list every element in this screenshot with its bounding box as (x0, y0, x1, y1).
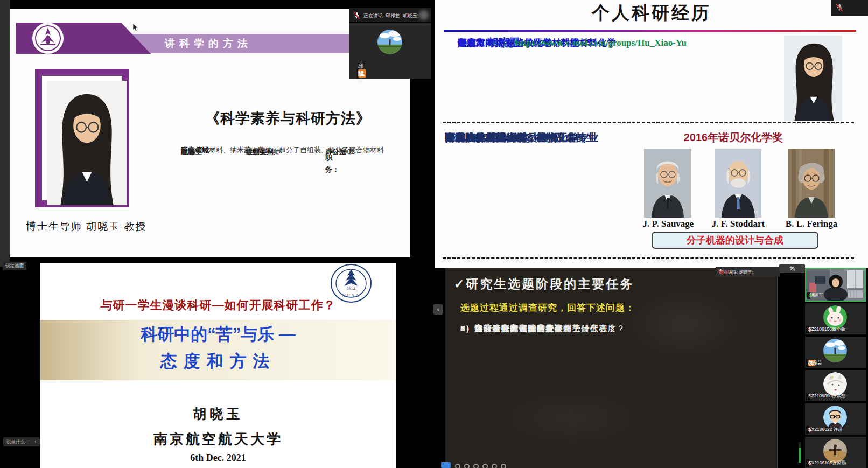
board-title: ✓研究生选题阶段的主要任务 (454, 276, 634, 292)
video-panel-toolbar (779, 264, 805, 273)
slide-header-band: 讲科学的方法 (115, 34, 360, 53)
speaking-status-text: 正在讲话: 胡晓玉; (719, 269, 753, 275)
speaking-status-bar: 正在讲话: 邱禄芸; 胡晓玉; (349, 8, 431, 23)
laureate-photo-feringa (788, 149, 835, 218)
website-link[interactable]: https://www.x-mol.com/groups/Hu_Xiao-Yu (515, 38, 687, 48)
participant-name: SZ2106099徐紫彭 (808, 393, 845, 400)
main-title-line2: 态度和方法 (40, 350, 396, 373)
field-label: 导师类别： (246, 146, 281, 158)
pin-view-label: 锁定画面 (3, 262, 26, 270)
professor-photo (784, 36, 842, 121)
chat-collapse-chevron-icon[interactable]: ‹ (31, 437, 40, 446)
nobel-topic-box: 分子机器的设计与合成 (652, 232, 818, 249)
logo-year: 1952 (347, 286, 355, 291)
blurred-indicator (720, 270, 724, 274)
volume-indicator-bar (799, 442, 801, 463)
participant-name: SX2106022 许超 (808, 427, 843, 433)
dashed-divider (443, 122, 854, 123)
slide-title: 个人科研经历 (435, 1, 868, 25)
laureate-photo-stoddart (715, 149, 761, 218)
university-name: 南京航空航天大学 (40, 430, 396, 449)
speaking-status-bar-bottom: 正在讲话: 胡晓玉; (716, 267, 780, 277)
annotation-tool-selected[interactable] (441, 462, 451, 468)
participant-name: 邱禄芸 (358, 62, 363, 85)
participant-name-label: SX2106105张家勤 (806, 459, 809, 467)
floating-video-panel[interactable]: 正在讲话: 邱禄芸; 胡晓玉; 邱 (349, 8, 431, 79)
undo-arrow-icon[interactable] (789, 266, 795, 271)
participant-avatar (377, 30, 402, 54)
main-title-line1: 科研中的“苦”与乐 — (40, 323, 396, 346)
nobel-heading: 2016年诺贝尔化学奖 (649, 130, 817, 145)
participant-name: SZ2106156戴小敏 (808, 326, 845, 333)
professor-caption: 博士生导师 胡晓玉 教授 (26, 220, 147, 234)
annotation-color-swatch[interactable] (464, 464, 470, 468)
author-name: 胡晓玉 (40, 405, 396, 423)
panel-collapse-chevron[interactable]: ‹ (433, 304, 443, 315)
laureate-photo-sauvage (644, 149, 691, 218)
annotation-color-swatch[interactable] (492, 464, 497, 468)
window-edge-strip (0, 0, 10, 267)
mouse-cursor (132, 24, 138, 32)
corner-speaking-overlay (831, 0, 868, 16)
participant-tile[interactable]: 邱禄芸 (805, 337, 866, 368)
question-item: 8）目前该研究领域的发展趋势是什么？ (460, 321, 617, 336)
participant-name-label: 邱禄芸 (806, 359, 809, 367)
participant-avatar (823, 372, 847, 396)
participant-tile-video[interactable]: 胡晓玉 (805, 268, 866, 302)
slide-title: 《科学素养与科研方法》 (205, 109, 410, 128)
professor-info-table: 姓名：胡晓玉 性别：女 职务： 职称：教授 导师类别：博士生导师 办公室：1号楼… (181, 144, 410, 156)
title-band: 科研中的“苦”与乐 — 态度和方法 (40, 320, 396, 380)
participant-tile[interactable]: SZ2106156戴小敏 (805, 303, 866, 334)
participant-name-label: SZ2106156戴小敏 (806, 326, 809, 333)
contact-label: 课题组网站： (458, 38, 513, 48)
annotation-color-swatch[interactable] (482, 464, 488, 468)
participant-name-label: 胡晓玉 (807, 292, 810, 299)
participant-avatar (823, 339, 847, 362)
career-timeline: 2004. 06西北农林科技大学，生物工程专业 2007. 06西北农林科技大学… (445, 129, 639, 252)
participant-name-label: 邱禄芸 (357, 68, 360, 79)
participant-name-label: SX2106022 许超 (806, 426, 809, 434)
chat-input[interactable]: 说点什么... (3, 437, 32, 446)
participant-avatar (823, 406, 847, 429)
meeting-screen: 讲科学的方法 (0, 0, 868, 468)
slide-bottom-right: ✓研究生选题阶段的主要任务 选题过程通过调查研究，回答下述问题： 1）在该研究方… (445, 268, 778, 468)
participant-name: 胡晓玉 (809, 292, 823, 299)
blurred-overlay (419, 10, 429, 20)
professor-photo-framed (35, 69, 129, 207)
field-label: 研究领域： (181, 144, 216, 156)
participant-avatar (823, 439, 847, 463)
laureate-name: B. L. Feringa (783, 219, 840, 229)
laureate-name: J. P. Sauvage (636, 219, 700, 229)
college-logo-icon (32, 22, 64, 54)
participant-tile[interactable]: SX2106022 许超 (805, 403, 866, 435)
gradient-divider (444, 30, 856, 32)
participant-tile[interactable]: SZ2106099徐紫彭 (805, 370, 866, 401)
annotation-color-swatch[interactable] (455, 464, 460, 468)
blurred-indicator (726, 271, 729, 274)
participant-avatar (823, 305, 847, 329)
participant-name: SX2106105张家勤 (808, 460, 846, 466)
field-label: 办公室： (325, 146, 353, 158)
mic-muted-icon (836, 4, 843, 12)
participant-name-label: SZ2106099徐紫彭 (806, 393, 809, 400)
laureate-name: J. F. Stoddart (708, 219, 769, 229)
participant-name: 邱禄芸 (808, 360, 822, 366)
annotation-color-swatch[interactable] (473, 464, 479, 468)
annotation-color-swatch[interactable] (501, 464, 506, 468)
dashed-divider (443, 257, 854, 259)
timeline-desc: 南京航空航天大学，教授 (445, 129, 557, 146)
lecture-topic-title: 与研一学生漫谈科研—如何开展科研工作？ (40, 297, 396, 313)
participant-tile[interactable]: SX2106105张家勤 (805, 437, 866, 468)
mic-muted-icon (353, 12, 360, 19)
lecture-date: 6th Dec. 2021 (40, 452, 396, 464)
speaking-status-text: 正在讲话: 邱禄芸; 胡晓玉; (363, 12, 419, 19)
board-subtitle: 选题过程通过调查研究，回答下述问题： (460, 302, 635, 314)
slide-top-right: 个人科研经历 姓名： 胡晓玉 邮箱： huxy@nuaa.edu.cn 办公室：… (435, 0, 868, 268)
slide-bottom-left: 1952 NUAA 与研一学生漫谈科研—如何开展科研工作？ 科研中的“苦”与乐 … (40, 263, 396, 468)
